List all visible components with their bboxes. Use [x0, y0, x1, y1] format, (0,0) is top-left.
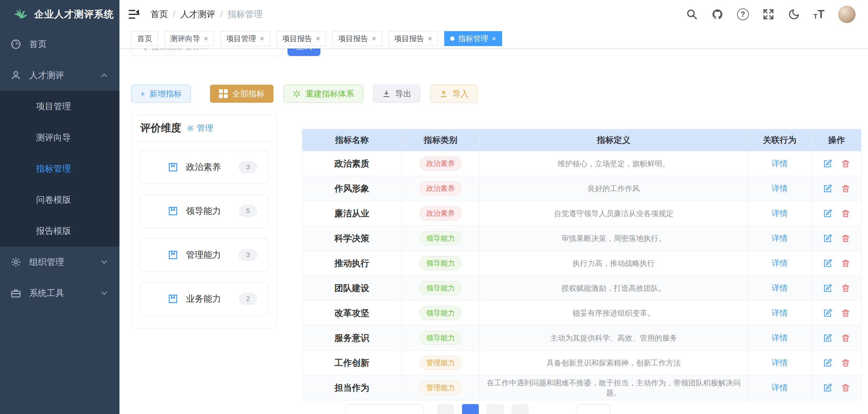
tags-view-bar: 首页 测评向导× 项目管理× 项目报告× 项目报告× 项目报告× 指标管理× [120, 29, 868, 49]
edit-icon[interactable] [823, 159, 832, 169]
delete-icon[interactable] [841, 383, 850, 392]
fullscreen-icon[interactable] [763, 8, 774, 20]
delete-icon[interactable] [841, 259, 850, 268]
delete-icon[interactable] [841, 308, 850, 318]
page-jump-input[interactable] [577, 404, 610, 414]
sidebar-item-questionnaire-template[interactable]: 问卷模版 [0, 184, 120, 215]
indicator-category-cell: 领导能力 [402, 301, 480, 326]
close-icon[interactable]: × [316, 34, 320, 43]
dimension-card-political[interactable]: 政治素养 3 [140, 150, 269, 184]
sidebar-item-label: 系统工具 [29, 287, 99, 299]
tab-project-report-3[interactable]: 项目报告× [388, 31, 438, 46]
close-icon[interactable]: × [492, 34, 496, 43]
delete-icon[interactable] [841, 184, 850, 193]
indicator-category-cell: 领导能力 [402, 326, 480, 351]
help-icon[interactable]: ? [737, 8, 749, 20]
related-behavior-cell: 详情 [748, 326, 812, 351]
sidebar-fold-icon[interactable] [128, 8, 141, 21]
edit-icon[interactable] [823, 234, 832, 243]
delete-icon[interactable] [841, 159, 850, 169]
detail-link[interactable]: 详情 [772, 283, 788, 293]
detail-link[interactable]: 详情 [772, 383, 788, 392]
delete-icon[interactable] [841, 284, 850, 293]
detail-link[interactable]: 详情 [772, 209, 788, 218]
detail-link[interactable]: 详情 [772, 258, 788, 268]
prev-page-button[interactable] [437, 404, 454, 414]
page-size-select[interactable] [346, 404, 424, 414]
detail-link[interactable]: 详情 [772, 159, 788, 168]
sidebar-item-project-management[interactable]: 项目管理 [0, 91, 120, 122]
close-icon[interactable]: × [260, 34, 264, 43]
category-tag: 领导能力 [420, 331, 461, 345]
tab-project-report-2[interactable]: 项目报告× [332, 31, 382, 46]
detail-link[interactable]: 详情 [772, 233, 788, 243]
dimension-card-management[interactable]: 管理能力 3 [140, 238, 269, 272]
app-title: 企业人才测评系统 [34, 8, 114, 21]
add-indicator-button[interactable]: +新增指标 [131, 85, 191, 103]
sidebar-item-talent-assessment[interactable]: 人才测评 [0, 60, 120, 91]
manage-dimensions-link[interactable]: 管理 [186, 123, 213, 134]
all-indicators-button[interactable]: 全部指标 [210, 85, 274, 103]
search-icon[interactable] [686, 8, 698, 20]
font-size-icon[interactable]: TT [813, 9, 825, 20]
close-icon[interactable]: × [204, 34, 208, 43]
active-tab-dot [450, 36, 455, 41]
detail-link[interactable]: 详情 [772, 333, 788, 343]
indicator-definition-cell: 授权赋能激励，打造高效团队。 [480, 276, 748, 301]
edit-icon[interactable] [823, 358, 832, 367]
page-2-button[interactable] [487, 404, 504, 414]
detail-link[interactable]: 详情 [772, 308, 788, 318]
edit-icon[interactable] [823, 209, 832, 218]
col-header-definition: 指标定义 [480, 129, 748, 151]
sidebar-item-organization[interactable]: 组织管理 [0, 246, 120, 278]
edit-icon[interactable] [823, 259, 832, 268]
tab-assessment-wizard[interactable]: 测评向导× [164, 31, 214, 46]
breadcrumb-home[interactable]: 首页 [151, 8, 168, 20]
button-label: 导出 [395, 88, 411, 99]
delete-icon[interactable] [841, 333, 850, 343]
page-1-button[interactable] [462, 404, 479, 414]
search-indicator-input[interactable]: 搜索指标名称... [131, 49, 282, 56]
sidebar-item-system-tools[interactable]: 系统工具 [0, 278, 120, 309]
close-icon[interactable]: × [428, 34, 432, 43]
sidebar-menu: 首页 人才测评 项目管理 测评向导 指标管理 问卷模版 报告模版 组织管理 [0, 29, 120, 414]
indicator-category-cell: 政治素养 [402, 176, 480, 201]
user-avatar[interactable] [838, 6, 856, 23]
sidebar-submenu: 项目管理 测评向导 指标管理 问卷模版 报告模版 [0, 91, 120, 246]
detail-link[interactable]: 详情 [772, 184, 788, 193]
tab-project-report-1[interactable]: 项目报告× [276, 31, 326, 46]
breadcrumb-talent[interactable]: 人才测评 [181, 8, 215, 20]
query-button[interactable]: 查询 [287, 49, 320, 56]
next-page-button[interactable] [512, 404, 529, 414]
indicator-category-cell: 领导能力 [402, 276, 480, 301]
delete-icon[interactable] [841, 209, 850, 218]
close-icon[interactable]: × [372, 34, 376, 43]
detail-link[interactable]: 详情 [772, 358, 788, 367]
edit-icon[interactable] [823, 308, 832, 318]
tab-project-management[interactable]: 项目管理× [220, 31, 270, 46]
import-button[interactable]: 导入 [430, 85, 477, 103]
sidebar-item-indicator-management[interactable]: 指标管理 [0, 153, 120, 184]
edit-icon[interactable] [823, 383, 832, 392]
delete-icon[interactable] [841, 234, 850, 243]
edit-icon[interactable] [823, 333, 832, 343]
edit-icon[interactable] [823, 184, 832, 193]
page-content: 搜索指标名称... 查询 +新增指标 全部指标 重建指标体系 导出 导入 评价维… [120, 49, 868, 414]
dark-mode-moon-icon[interactable] [788, 8, 800, 20]
breadcrumb-current: 指标管理 [228, 8, 262, 20]
related-behavior-cell: 详情 [748, 301, 812, 326]
rebuild-indicator-system-button[interactable]: 重建指标体系 [283, 85, 363, 103]
sidebar-item-label: 首页 [29, 38, 109, 50]
dimension-card-business[interactable]: 业务能力 2 [140, 282, 269, 316]
plus-icon: + [140, 89, 145, 99]
delete-icon[interactable] [841, 358, 850, 367]
edit-icon[interactable] [823, 284, 832, 293]
export-button[interactable]: 导出 [373, 85, 420, 103]
sidebar-item-report-template[interactable]: 报告模版 [0, 215, 120, 246]
tab-indicator-management-active[interactable]: 指标管理× [444, 31, 502, 46]
tab-home[interactable]: 首页 [131, 31, 158, 46]
github-icon[interactable] [712, 8, 723, 20]
sidebar-item-home[interactable]: 首页 [0, 29, 120, 60]
sidebar-item-assessment-wizard[interactable]: 测评向导 [0, 122, 120, 153]
dimension-card-leadership[interactable]: 领导能力 5 [140, 194, 269, 228]
